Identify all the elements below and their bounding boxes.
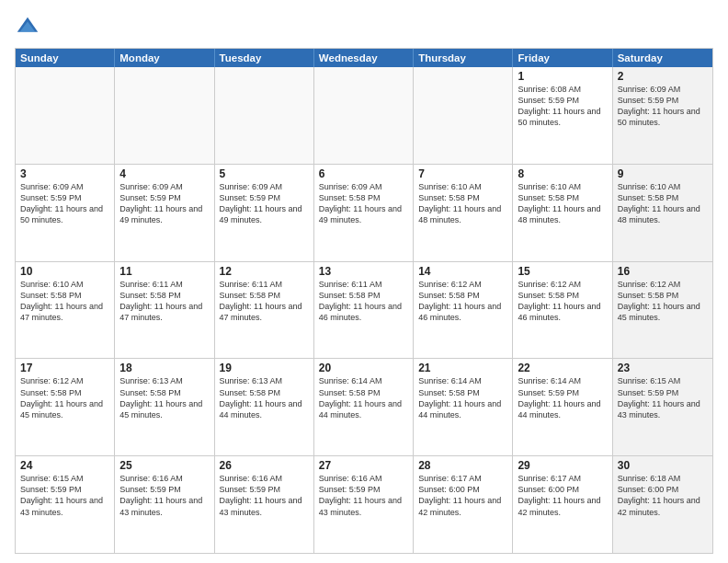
calendar-week-2: 10Sunrise: 6:10 AM Sunset: 5:58 PM Dayli…: [16, 261, 712, 359]
calendar-week-3: 17Sunrise: 6:12 AM Sunset: 5:58 PM Dayli…: [16, 358, 712, 455]
cell-sun-info: Sunrise: 6:12 AM Sunset: 5:58 PM Dayligh…: [20, 375, 109, 420]
calendar-cell: 2Sunrise: 6:09 AM Sunset: 5:59 PM Daylig…: [613, 67, 712, 164]
day-number: 30: [618, 459, 708, 472]
cell-sun-info: Sunrise: 6:14 AM Sunset: 5:58 PM Dayligh…: [319, 375, 408, 420]
calendar-cell: 8Sunrise: 6:10 AM Sunset: 5:58 PM Daylig…: [513, 165, 612, 261]
calendar-cell: [16, 67, 115, 164]
day-number: 1: [518, 70, 607, 83]
cell-sun-info: Sunrise: 6:13 AM Sunset: 5:58 PM Dayligh…: [220, 375, 309, 420]
calendar: SundayMondayTuesdayWednesdayThursdayFrid…: [15, 48, 713, 554]
day-number: 14: [418, 265, 507, 278]
calendar-cell: 13Sunrise: 6:11 AM Sunset: 5:58 PM Dayli…: [314, 262, 414, 359]
cell-sun-info: Sunrise: 6:17 AM Sunset: 6:00 PM Dayligh…: [418, 473, 507, 518]
calendar-cell: 15Sunrise: 6:12 AM Sunset: 5:58 PM Dayli…: [513, 262, 612, 359]
day-header-thursday: Thursday: [414, 49, 513, 67]
calendar-cell: 19Sunrise: 6:13 AM Sunset: 5:58 PM Dayli…: [215, 359, 314, 455]
day-number: 5: [220, 167, 309, 180]
day-header-wednesday: Wednesday: [314, 49, 414, 67]
calendar-cell: 18Sunrise: 6:13 AM Sunset: 5:58 PM Dayli…: [115, 359, 214, 455]
day-number: 7: [418, 167, 507, 180]
cell-sun-info: Sunrise: 6:11 AM Sunset: 5:58 PM Dayligh…: [220, 279, 309, 324]
day-header-sunday: Sunday: [16, 49, 115, 67]
day-header-tuesday: Tuesday: [215, 49, 314, 67]
cell-sun-info: Sunrise: 6:15 AM Sunset: 5:59 PM Dayligh…: [618, 375, 708, 420]
logo: [15, 15, 42, 40]
calendar-cell: 20Sunrise: 6:14 AM Sunset: 5:58 PM Dayli…: [314, 359, 414, 455]
day-number: 24: [20, 459, 109, 472]
cell-sun-info: Sunrise: 6:16 AM Sunset: 5:59 PM Dayligh…: [119, 473, 209, 518]
calendar-cell: [414, 67, 513, 164]
calendar-cell: 1Sunrise: 6:08 AM Sunset: 5:59 PM Daylig…: [513, 67, 612, 164]
cell-sun-info: Sunrise: 6:10 AM Sunset: 5:58 PM Dayligh…: [20, 279, 109, 324]
cell-sun-info: Sunrise: 6:09 AM Sunset: 5:59 PM Dayligh…: [618, 84, 708, 129]
calendar-cell: 24Sunrise: 6:15 AM Sunset: 5:59 PM Dayli…: [16, 456, 115, 553]
day-number: 12: [220, 265, 309, 278]
day-number: 13: [319, 265, 408, 278]
day-number: 21: [418, 362, 507, 374]
day-number: 29: [518, 459, 607, 472]
cell-sun-info: Sunrise: 6:10 AM Sunset: 5:58 PM Dayligh…: [518, 181, 607, 226]
calendar-week-4: 24Sunrise: 6:15 AM Sunset: 5:59 PM Dayli…: [16, 455, 712, 553]
calendar-cell: 3Sunrise: 6:09 AM Sunset: 5:59 PM Daylig…: [16, 165, 115, 261]
calendar-cell: 27Sunrise: 6:16 AM Sunset: 5:59 PM Dayli…: [314, 456, 414, 553]
day-number: 20: [319, 362, 408, 374]
day-number: 28: [418, 459, 507, 472]
day-header-monday: Monday: [115, 49, 214, 67]
day-number: 17: [20, 362, 109, 374]
day-number: 22: [518, 362, 607, 374]
calendar-cell: 21Sunrise: 6:14 AM Sunset: 5:58 PM Dayli…: [414, 359, 513, 455]
cell-sun-info: Sunrise: 6:18 AM Sunset: 6:00 PM Dayligh…: [618, 473, 708, 518]
calendar-cell: 6Sunrise: 6:09 AM Sunset: 5:58 PM Daylig…: [314, 165, 414, 261]
cell-sun-info: Sunrise: 6:12 AM Sunset: 5:58 PM Dayligh…: [618, 279, 708, 324]
calendar-cell: 12Sunrise: 6:11 AM Sunset: 5:58 PM Dayli…: [215, 262, 314, 359]
cell-sun-info: Sunrise: 6:15 AM Sunset: 5:59 PM Dayligh…: [20, 473, 109, 518]
day-number: 9: [618, 167, 708, 180]
cell-sun-info: Sunrise: 6:09 AM Sunset: 5:58 PM Dayligh…: [319, 181, 408, 226]
calendar-cell: 25Sunrise: 6:16 AM Sunset: 5:59 PM Dayli…: [115, 456, 214, 553]
logo-icon: [15, 15, 40, 40]
cell-sun-info: Sunrise: 6:12 AM Sunset: 5:58 PM Dayligh…: [518, 279, 607, 324]
day-number: 25: [119, 459, 209, 472]
calendar-cell: [314, 67, 414, 164]
day-header-saturday: Saturday: [613, 49, 712, 67]
cell-sun-info: Sunrise: 6:17 AM Sunset: 6:00 PM Dayligh…: [518, 473, 607, 518]
cell-sun-info: Sunrise: 6:16 AM Sunset: 5:59 PM Dayligh…: [319, 473, 408, 518]
cell-sun-info: Sunrise: 6:08 AM Sunset: 5:59 PM Dayligh…: [518, 84, 607, 129]
calendar-cell: [215, 67, 314, 164]
cell-sun-info: Sunrise: 6:14 AM Sunset: 5:58 PM Dayligh…: [418, 375, 507, 420]
calendar-week-1: 3Sunrise: 6:09 AM Sunset: 5:59 PM Daylig…: [16, 164, 712, 261]
cell-sun-info: Sunrise: 6:16 AM Sunset: 5:59 PM Dayligh…: [220, 473, 309, 518]
day-number: 8: [518, 167, 607, 180]
calendar-cell: 17Sunrise: 6:12 AM Sunset: 5:58 PM Dayli…: [16, 359, 115, 455]
cell-sun-info: Sunrise: 6:11 AM Sunset: 5:58 PM Dayligh…: [319, 279, 408, 324]
calendar-cell: 10Sunrise: 6:10 AM Sunset: 5:58 PM Dayli…: [16, 262, 115, 359]
day-number: 19: [220, 362, 309, 374]
page: SundayMondayTuesdayWednesdayThursdayFrid…: [0, 0, 728, 563]
day-number: 18: [119, 362, 209, 374]
calendar-cell: 30Sunrise: 6:18 AM Sunset: 6:00 PM Dayli…: [613, 456, 712, 553]
calendar-body: 1Sunrise: 6:08 AM Sunset: 5:59 PM Daylig…: [16, 67, 712, 553]
day-number: 4: [119, 167, 209, 180]
header: [15, 11, 713, 40]
calendar-cell: 14Sunrise: 6:12 AM Sunset: 5:58 PM Dayli…: [414, 262, 513, 359]
calendar-cell: 23Sunrise: 6:15 AM Sunset: 5:59 PM Dayli…: [613, 359, 712, 455]
cell-sun-info: Sunrise: 6:09 AM Sunset: 5:59 PM Dayligh…: [20, 181, 109, 226]
cell-sun-info: Sunrise: 6:11 AM Sunset: 5:58 PM Dayligh…: [119, 279, 209, 324]
calendar-cell: 9Sunrise: 6:10 AM Sunset: 5:58 PM Daylig…: [613, 165, 712, 261]
calendar-cell: 26Sunrise: 6:16 AM Sunset: 5:59 PM Dayli…: [215, 456, 314, 553]
day-number: 10: [20, 265, 109, 278]
calendar-cell: 5Sunrise: 6:09 AM Sunset: 5:59 PM Daylig…: [215, 165, 314, 261]
cell-sun-info: Sunrise: 6:14 AM Sunset: 5:59 PM Dayligh…: [518, 375, 607, 420]
day-number: 3: [20, 167, 109, 180]
day-number: 15: [518, 265, 607, 278]
calendar-cell: 22Sunrise: 6:14 AM Sunset: 5:59 PM Dayli…: [513, 359, 612, 455]
cell-sun-info: Sunrise: 6:10 AM Sunset: 5:58 PM Dayligh…: [618, 181, 708, 226]
day-number: 6: [319, 167, 408, 180]
calendar-cell: 4Sunrise: 6:09 AM Sunset: 5:59 PM Daylig…: [115, 165, 214, 261]
calendar-cell: 29Sunrise: 6:17 AM Sunset: 6:00 PM Dayli…: [513, 456, 612, 553]
calendar-cell: 28Sunrise: 6:17 AM Sunset: 6:00 PM Dayli…: [414, 456, 513, 553]
cell-sun-info: Sunrise: 6:09 AM Sunset: 5:59 PM Dayligh…: [220, 181, 309, 226]
calendar-cell: [115, 67, 214, 164]
day-number: 23: [618, 362, 708, 374]
calendar-cell: 7Sunrise: 6:10 AM Sunset: 5:58 PM Daylig…: [414, 165, 513, 261]
